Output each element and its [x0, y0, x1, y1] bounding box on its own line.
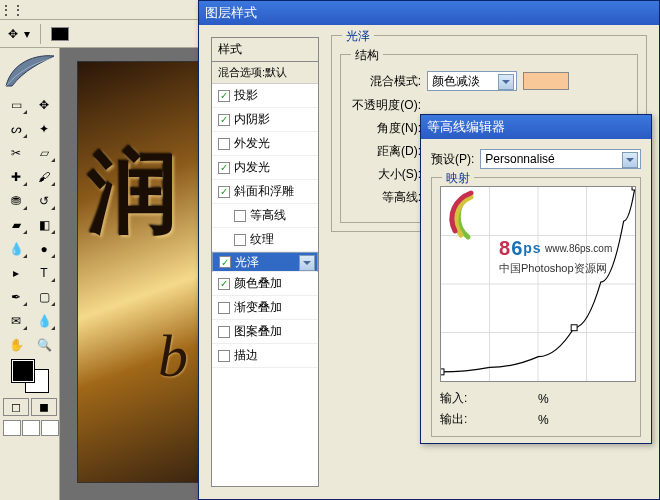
style-row-11[interactable]: 描边: [212, 344, 318, 368]
toolbox-panel: ▭ ✥ ᔕ ✦ ✂ ▱ ✚ 🖌 ⛃ ↺ ▰ ◧ 💧 ● ▸ T ✒ ▢ ✉ 💧 …: [0, 48, 60, 500]
shape-tool[interactable]: ▢: [31, 286, 57, 308]
screen-std-button[interactable]: [3, 420, 21, 436]
input-label: 输入:: [440, 390, 480, 407]
quickmask-row: ◻ ◼: [0, 396, 59, 418]
style-checkbox[interactable]: [234, 210, 246, 222]
style-row-4[interactable]: ✓斜面和浮雕: [212, 180, 318, 204]
contour-label: 等高线:: [349, 189, 421, 206]
style-row-5[interactable]: 等高线: [212, 204, 318, 228]
heal-tool[interactable]: ✚: [3, 166, 29, 188]
svg-rect-8: [632, 187, 635, 190]
style-row-0[interactable]: ✓投影: [212, 84, 318, 108]
standard-mode-button[interactable]: ◻: [3, 398, 29, 416]
style-row-label: 等高线: [250, 207, 286, 224]
lasso-tool[interactable]: ᔕ: [3, 118, 29, 140]
style-row-8[interactable]: ✓颜色叠加: [212, 272, 318, 296]
mapping-fieldset: 映射 86ps www.86p: [431, 177, 641, 437]
gradient-tool[interactable]: ◧: [31, 214, 57, 236]
move-tool[interactable]: ✥: [31, 94, 57, 116]
crop-tool[interactable]: ✂: [3, 142, 29, 164]
input-pct: %: [538, 392, 549, 406]
style-row-label: 颜色叠加: [234, 275, 282, 292]
slice-tool[interactable]: ▱: [31, 142, 57, 164]
pen-tool[interactable]: ✒: [3, 286, 29, 308]
contour-graph[interactable]: 86ps www.86ps.com 中国Photoshop资源网: [440, 186, 636, 382]
style-checkbox[interactable]: [218, 326, 230, 338]
style-row-10[interactable]: 图案叠加: [212, 320, 318, 344]
style-row-1[interactable]: ✓内阴影: [212, 108, 318, 132]
blendmode-label: 混合模式:: [349, 73, 421, 90]
style-row-7[interactable]: ✓光泽: [212, 252, 318, 272]
style-row-label: 光泽: [235, 254, 259, 271]
style-row-label: 投影: [234, 87, 258, 104]
style-row-label: 图案叠加: [234, 323, 282, 340]
screen-full-button[interactable]: [41, 420, 59, 436]
style-row-label: 渐变叠加: [234, 299, 282, 316]
eraser-tool[interactable]: ▰: [3, 214, 29, 236]
style-checkbox[interactable]: ✓: [218, 114, 230, 126]
zoom-tool[interactable]: 🔍: [31, 334, 57, 356]
style-checkbox[interactable]: ✓: [218, 162, 230, 174]
style-row-2[interactable]: 外发光: [212, 132, 318, 156]
svg-rect-7: [571, 325, 577, 331]
quickmask-mode-button[interactable]: ◼: [31, 398, 57, 416]
opacity-label: 不透明度(O):: [349, 97, 421, 114]
tools-grid: ▭ ✥ ᔕ ✦ ✂ ▱ ✚ 🖌 ⛃ ↺ ▰ ◧ 💧 ● ▸ T ✒ ▢ ✉ 💧 …: [0, 94, 59, 356]
menu-handle-icon: ⋮⋮: [4, 2, 20, 18]
output-pct: %: [538, 413, 549, 427]
angle-label: 角度(N):: [349, 120, 421, 137]
contour-editor-dialog: 等高线编辑器 预设(P): Personnalisé 映射: [420, 114, 652, 444]
blur-tool[interactable]: 💧: [3, 238, 29, 260]
style-checkbox[interactable]: [218, 350, 230, 362]
preset-label: 预设(P):: [431, 151, 474, 168]
blend-options-row[interactable]: 混合选项:默认: [212, 62, 318, 84]
contour-editor-titlebar[interactable]: 等高线编辑器: [421, 115, 651, 139]
satin-legend: 光泽: [342, 28, 374, 45]
dodge-tool[interactable]: ●: [31, 238, 57, 260]
marquee-tool[interactable]: ▭: [3, 94, 29, 116]
path-select-tool[interactable]: ▸: [3, 262, 29, 284]
style-row-6[interactable]: 纹理: [212, 228, 318, 252]
style-row-9[interactable]: 渐变叠加: [212, 296, 318, 320]
style-row-label: 外发光: [234, 135, 270, 152]
screen-full-menu-button[interactable]: [22, 420, 40, 436]
preset-select[interactable]: Personnalisé: [480, 149, 641, 169]
style-checkbox[interactable]: ✓: [218, 90, 230, 102]
hand-tool[interactable]: ✋: [3, 334, 29, 356]
artwork-chinese-char: 润: [88, 132, 178, 254]
wand-tool[interactable]: ✦: [31, 118, 57, 140]
app-logo-icon: [2, 50, 58, 90]
screen-mode-row: [0, 418, 59, 438]
style-row-label: 内发光: [234, 159, 270, 176]
style-row-label: 内阴影: [234, 111, 270, 128]
mapping-legend: 映射: [442, 170, 474, 187]
style-row-label: 纹理: [250, 231, 274, 248]
option-swatch[interactable]: [51, 27, 69, 41]
style-checkbox[interactable]: [218, 138, 230, 150]
color-swatches: [0, 356, 59, 396]
graph-svg: [441, 187, 635, 381]
style-checkbox[interactable]: ✓: [219, 256, 231, 268]
satin-color-swatch[interactable]: [523, 72, 569, 90]
style-checkbox[interactable]: ✓: [218, 186, 230, 198]
output-label: 输出:: [440, 411, 480, 428]
document-window[interactable]: 润 b: [78, 62, 208, 482]
eyedropper-tool[interactable]: 💧: [31, 310, 57, 332]
tool-preset-dropdown[interactable]: ▾: [24, 27, 30, 41]
layer-style-titlebar[interactable]: 图层样式: [199, 1, 659, 25]
style-row-label: 斜面和浮雕: [234, 183, 294, 200]
size-label: 大小(S):: [349, 166, 421, 183]
stamp-tool[interactable]: ⛃: [3, 190, 29, 212]
type-tool[interactable]: T: [31, 262, 57, 284]
history-brush-tool[interactable]: ↺: [31, 190, 57, 212]
style-row-3[interactable]: ✓内发光: [212, 156, 318, 180]
brush-tool[interactable]: 🖌: [31, 166, 57, 188]
style-row-label: 描边: [234, 347, 258, 364]
styles-header[interactable]: 样式: [212, 38, 318, 62]
style-checkbox[interactable]: [218, 302, 230, 314]
blendmode-select[interactable]: 颜色减淡: [427, 71, 517, 91]
style-checkbox[interactable]: [234, 234, 246, 246]
style-checkbox[interactable]: ✓: [218, 278, 230, 290]
notes-tool[interactable]: ✉: [3, 310, 29, 332]
foreground-color-swatch[interactable]: [12, 360, 34, 382]
